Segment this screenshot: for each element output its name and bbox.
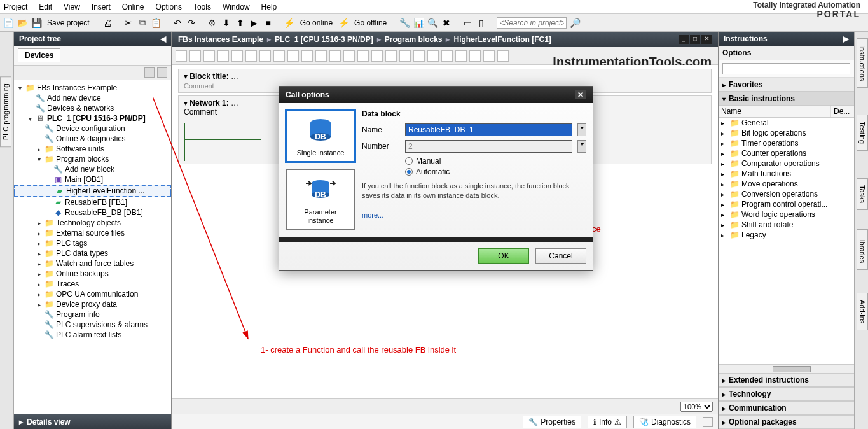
tree-item[interactable]: ▾🖥PLC_1 [CPU 1516-3 PN/DP]: [14, 113, 171, 123]
automatic-radio[interactable]: Automatic: [405, 167, 586, 176]
ed-icon[interactable]: [301, 50, 313, 62]
instruction-folder[interactable]: ▸📁Conversion operations: [719, 189, 854, 199]
tree-tool-icon-2[interactable]: [157, 67, 167, 78]
download-icon[interactable]: ⬇: [221, 17, 232, 29]
close-icon[interactable]: ✕: [701, 35, 712, 44]
tree-item[interactable]: ▣Main [OB1]: [14, 174, 171, 185]
dialog-title-bar[interactable]: Call options ✕: [279, 87, 593, 103]
ed-icon[interactable]: [273, 50, 285, 62]
tool-c-icon[interactable]: 🔍: [427, 17, 438, 29]
tree-item[interactable]: ▸📁Traces: [14, 279, 171, 289]
ok-button[interactable]: OK: [478, 248, 529, 264]
breadcrumb-item[interactable]: Program blocks: [385, 35, 443, 44]
split-h-icon[interactable]: ▭: [462, 17, 473, 29]
maximize-icon[interactable]: □: [690, 35, 700, 44]
instruction-folder[interactable]: ▸📁Program control operati...: [719, 199, 854, 209]
menu-view[interactable]: View: [64, 3, 80, 11]
collapse-icon[interactable]: ▶: [843, 34, 849, 43]
tree-item[interactable]: ▸📁PLC data types: [14, 248, 171, 258]
tree-item[interactable]: ▰ReusableFB [FB1]: [14, 197, 171, 207]
undo-icon[interactable]: ↶: [172, 17, 183, 29]
ed-icon[interactable]: [427, 50, 439, 62]
technology-section[interactable]: ▸Technology: [719, 387, 854, 401]
ed-icon[interactable]: [245, 50, 257, 62]
addins-vtab[interactable]: Add-ins: [857, 293, 868, 330]
instructions-list[interactable]: ▸📁General▸📁Bit logic operations▸📁Timer o…: [719, 118, 854, 364]
expand-icon[interactable]: ▾: [184, 72, 188, 81]
ed-icon[interactable]: [217, 50, 229, 62]
tree-item[interactable]: ▸📁Device proxy data: [14, 299, 171, 309]
save-icon[interactable]: 💾: [31, 17, 42, 29]
tree-item[interactable]: 🔧Device configuration: [14, 123, 171, 134]
go-offline-icon[interactable]: ⚡: [338, 17, 349, 29]
new-project-icon[interactable]: 📄: [3, 17, 14, 29]
ed-icon[interactable]: [176, 50, 187, 62]
tree-item[interactable]: ▸📁Watch and force tables: [14, 258, 171, 269]
search-icon[interactable]: 🔎: [569, 17, 581, 29]
menu-project[interactable]: Project: [4, 3, 27, 11]
go-offline-button[interactable]: Go offline: [352, 18, 389, 27]
ed-icon[interactable]: [371, 50, 383, 62]
ed-icon[interactable]: [357, 50, 369, 62]
diagnostics-tab[interactable]: 🩺 Diagnostics: [633, 416, 696, 428]
tree-item[interactable]: ▾📁Program blocks: [14, 154, 171, 164]
instruction-folder[interactable]: ▸📁Counter operations: [719, 148, 854, 158]
tree-item[interactable]: ▸📁Technology objects: [14, 218, 171, 228]
instruction-folder[interactable]: ▸📁General: [719, 118, 854, 128]
extended-instructions-section[interactable]: ▸Extended instructions: [719, 373, 854, 387]
ed-icon[interactable]: [399, 50, 411, 62]
tree-item[interactable]: ◆ReusableFB_DB [DB1]: [14, 207, 171, 218]
project-tree[interactable]: ▾📁FBs Instances Example🔧Add new device🔧D…: [14, 80, 171, 414]
manual-radio[interactable]: Manual: [405, 157, 586, 165]
tree-item[interactable]: 🔧PLC alarm text lists: [14, 330, 171, 340]
instruction-folder[interactable]: ▸📁Move operations: [719, 179, 854, 189]
plc-programming-tab[interactable]: PLC programming: [0, 76, 11, 147]
zoom-select[interactable]: 100%: [680, 402, 713, 412]
menu-insert[interactable]: Insert: [92, 3, 111, 11]
ed-icon[interactable]: [203, 50, 215, 62]
delete-icon[interactable]: ✖: [441, 17, 452, 29]
tree-tool-icon[interactable]: [144, 67, 155, 78]
go-online-button[interactable]: Go online: [298, 18, 335, 27]
instruction-folder[interactable]: ▸📁Bit logic operations: [719, 128, 854, 138]
redo-icon[interactable]: ↷: [186, 17, 197, 29]
tasks-vtab[interactable]: Tasks: [857, 178, 868, 210]
instruction-folder[interactable]: ▸📁Math functions: [719, 169, 854, 179]
instruction-folder[interactable]: ▸📁Legacy: [719, 230, 854, 240]
ed-icon[interactable]: [413, 50, 425, 62]
tree-item[interactable]: ▸📁Online backups: [14, 269, 171, 279]
ed-icon[interactable]: [455, 50, 467, 62]
search-project-input[interactable]: [497, 17, 567, 29]
menu-window[interactable]: Window: [223, 3, 250, 11]
ed-icon[interactable]: [231, 50, 243, 62]
db-name-input[interactable]: [405, 123, 572, 136]
tree-item[interactable]: ▸📁OPC UA communication: [14, 289, 171, 299]
tree-item[interactable]: ▸📁Software units: [14, 144, 171, 154]
tool-b-icon[interactable]: 📊: [413, 17, 424, 29]
communication-section[interactable]: ▸Communication: [719, 401, 854, 415]
tree-root[interactable]: ▾📁FBs Instances Example: [14, 83, 171, 93]
ed-icon[interactable]: [189, 50, 201, 62]
ed-icon[interactable]: [385, 50, 397, 62]
breadcrumb-item[interactable]: HigherLevelFunction [FC1]: [453, 35, 551, 44]
testing-vtab[interactable]: Testing: [857, 115, 868, 151]
compile-icon[interactable]: ⚙: [207, 17, 218, 29]
go-online-icon[interactable]: ⚡: [284, 17, 295, 29]
tree-item[interactable]: ▰HigherLevelFunction ...: [14, 185, 171, 197]
instructions-vtab[interactable]: Instructions: [857, 38, 868, 88]
cancel-button[interactable]: Cancel: [535, 248, 586, 264]
number-spinner-icon[interactable]: ▾: [577, 140, 586, 153]
ed-icon[interactable]: [315, 50, 327, 62]
basic-instructions-section[interactable]: ▾Basic instructions: [719, 92, 854, 106]
minimize-icon[interactable]: _: [679, 35, 689, 44]
optional-packages-section[interactable]: ▸Optional packages: [719, 415, 854, 429]
details-view-bar[interactable]: ▸ Details view: [14, 414, 171, 429]
hscroll[interactable]: [719, 364, 854, 373]
ed-icon[interactable]: [259, 50, 271, 62]
ed-icon[interactable]: [329, 50, 341, 62]
ed-icon[interactable]: [483, 50, 495, 62]
breadcrumb-item[interactable]: PLC_1 [CPU 1516-3 PN/DP]: [275, 35, 373, 44]
inspector-toggle-icon[interactable]: [703, 417, 713, 427]
instructions-search-input[interactable]: [722, 63, 850, 74]
open-icon[interactable]: 📂: [17, 17, 28, 29]
